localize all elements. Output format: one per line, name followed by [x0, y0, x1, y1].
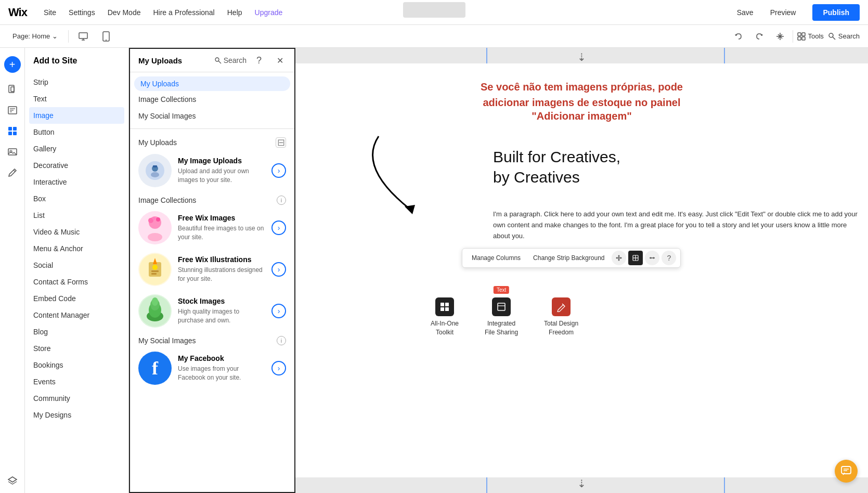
my-facebook-info: My Facebook Use images from your Faceboo… — [178, 354, 265, 382]
nav-site[interactable]: Site — [44, 8, 56, 17]
toolbar-help-button[interactable]: ? — [662, 251, 676, 265]
image-icon[interactable] — [4, 144, 21, 160]
free-wix-images-arrow[interactable]: › — [271, 220, 286, 235]
add-item-community[interactable]: Community — [25, 390, 128, 407]
blog-icon[interactable] — [4, 102, 21, 119]
svg-rect-22 — [13, 132, 17, 135]
second-toolbar: Page: Home ⌄ — [0, 25, 868, 48]
my-image-uploads-item[interactable]: My Image Uploads Upload and add your own… — [138, 154, 286, 187]
add-item-list[interactable]: List — [25, 207, 128, 224]
tools-button[interactable]: Tools — [797, 32, 823, 41]
svg-rect-8 — [802, 33, 805, 36]
nav-my-social-images[interactable]: My Social Images — [130, 108, 294, 124]
image-collections-info[interactable]: i — [277, 196, 286, 205]
social-images-title: My Social Images — [138, 336, 196, 345]
annotation-block: Se você não tem imagens próprias, pode a… — [316, 79, 847, 122]
top-navigation: Wix Site Settings Dev Mode Hire a Profes… — [0, 0, 868, 25]
my-facebook-arrow[interactable]: › — [271, 361, 286, 375]
add-item-content-manager[interactable]: Content Manager — [25, 307, 128, 323]
add-item-store[interactable]: Store — [25, 340, 128, 357]
mobile-view-button[interactable] — [98, 28, 114, 45]
add-item-blog[interactable]: Blog — [25, 323, 128, 340]
add-item-video-music[interactable]: Video & Music — [25, 224, 128, 240]
upload-top-button[interactable]: ⇣ — [577, 51, 586, 63]
collapse-my-uploads[interactable]: ⊟ — [276, 137, 286, 148]
pages-icon[interactable] — [4, 81, 21, 98]
heading-line2: by Creatives — [493, 167, 858, 187]
svg-rect-9 — [798, 37, 801, 40]
desktop-view-button[interactable] — [75, 28, 92, 45]
image-panel-header: My Uploads Search ? ✕ — [130, 49, 294, 72]
help-button[interactable]: ? — [253, 54, 265, 67]
nav-help[interactable]: Help — [227, 8, 242, 17]
add-item-embed-code[interactable]: Embed Code — [25, 290, 128, 307]
mobile-icon — [102, 31, 110, 42]
svg-point-48 — [152, 297, 158, 306]
page-selector[interactable]: Page: Home ⌄ — [8, 30, 62, 42]
search-button[interactable]: Search — [828, 32, 860, 41]
add-panel-trigger: + — [0, 48, 25, 493]
change-strip-button[interactable]: Change Strip Background — [528, 252, 610, 264]
search-icon — [828, 32, 836, 41]
nav-settings[interactable]: Settings — [69, 8, 95, 17]
zoom-icon — [775, 32, 785, 41]
add-item-events[interactable]: Events — [25, 373, 128, 390]
free-wix-illustrations-title: Free Wix Illustrations — [178, 255, 265, 264]
download-bottom-button[interactable]: ⇣ — [577, 477, 586, 490]
nav-my-uploads[interactable]: My Uploads — [134, 76, 290, 91]
stock-images-item[interactable]: Stock Images High quality images to purc… — [138, 294, 286, 328]
publish-button[interactable]: Publish — [812, 4, 860, 21]
add-item-menu-anchor[interactable]: Menu & Anchor — [25, 240, 128, 257]
add-item-interactive[interactable]: Interactive — [25, 174, 128, 190]
toolbar-icon-2[interactable] — [628, 251, 643, 265]
layers-icon[interactable] — [4, 472, 21, 489]
nav-upgrade[interactable]: Upgrade — [255, 8, 283, 17]
add-item-box[interactable]: Box — [25, 190, 128, 207]
chat-button[interactable] — [835, 460, 858, 483]
preview-button[interactable]: Preview — [770, 8, 796, 17]
add-item-image[interactable]: Image — [29, 107, 124, 124]
add-item-contact-forms[interactable]: Contact & Forms — [25, 274, 128, 290]
add-item-social[interactable]: Social — [25, 257, 128, 274]
my-facebook-item[interactable]: f My Facebook Use images from your Faceb… — [138, 352, 286, 385]
toolbar-right: Tools Search — [730, 28, 860, 45]
my-uploads-section-header: My Uploads ⊟ — [138, 137, 286, 148]
free-wix-illustrations-arrow[interactable]: › — [271, 262, 286, 277]
zoom-button[interactable] — [772, 28, 788, 45]
image-search-button[interactable]: Search — [214, 56, 247, 64]
redo-button[interactable] — [751, 28, 768, 45]
toolbar-icon-1[interactable] — [612, 251, 626, 265]
image-panel-nav: My Uploads Image Collections My Social I… — [130, 72, 294, 129]
nav-hire-professional[interactable]: Hire a Professional — [153, 8, 214, 17]
add-item-text[interactable]: Text — [25, 90, 128, 107]
my-image-uploads-arrow[interactable]: › — [271, 163, 286, 178]
stock-images-arrow[interactable]: › — [271, 304, 286, 318]
nav-dev-mode[interactable]: Dev Mode — [108, 8, 141, 17]
add-item-my-designs[interactable]: My Designs — [25, 407, 128, 423]
undo-button[interactable] — [730, 28, 747, 45]
svg-rect-64 — [498, 303, 505, 310]
save-button[interactable]: Save — [737, 8, 754, 17]
free-wix-illustrations-thumb — [138, 253, 172, 286]
nav-image-collections[interactable]: Image Collections — [130, 91, 294, 108]
close-dialog-button[interactable]: ✕ — [274, 54, 286, 67]
svg-rect-21 — [8, 132, 12, 135]
elements-icon[interactable] — [4, 123, 21, 139]
svg-rect-61 — [445, 303, 449, 306]
toolbar-icon-3[interactable] — [645, 251, 659, 265]
pen-icon[interactable] — [4, 164, 21, 181]
add-item-gallery[interactable]: Gallery — [25, 140, 128, 157]
add-item-bookings[interactable]: Bookings — [25, 357, 128, 373]
feature-all-in-one: All-In-OneToolkit — [431, 297, 459, 337]
social-images-info[interactable]: i — [277, 336, 286, 345]
add-element-button[interactable]: + — [4, 56, 21, 73]
add-item-button[interactable]: Button — [25, 124, 128, 140]
manage-columns-button[interactable]: Manage Columns — [467, 252, 526, 264]
add-item-decorative[interactable]: Decorative — [25, 157, 128, 174]
free-wix-illustrations-item[interactable]: Free Wix Illustrations Stunning illustra… — [138, 253, 286, 286]
free-wix-images-item[interactable]: Free Wix Images Beautiful free images to… — [138, 211, 286, 244]
paragraph-text: I'm a paragraph. Click here to add your … — [493, 209, 858, 241]
stock-images-thumb — [138, 294, 172, 328]
add-item-strip[interactable]: Strip — [25, 74, 128, 90]
svg-rect-60 — [441, 303, 444, 306]
